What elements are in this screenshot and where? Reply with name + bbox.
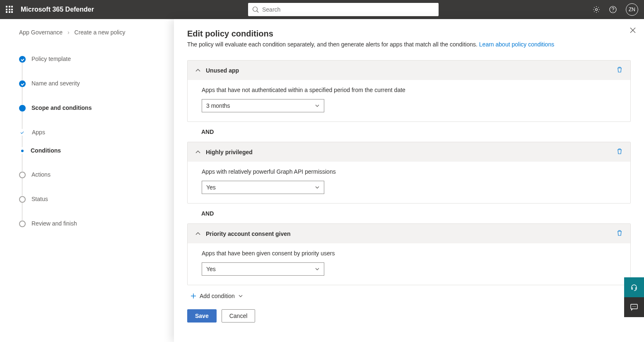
breadcrumb-current: Create a new policy [75,29,125,36]
feedback-icon[interactable] [624,297,644,317]
condition-desc: Apps that have been given consent by pri… [202,250,616,257]
condition-header[interactable]: Unused app [188,61,630,80]
settings-icon[interactable] [593,6,600,13]
delete-icon[interactable] [616,66,623,74]
add-condition-button[interactable]: Add condition [187,293,631,299]
close-icon[interactable] [630,27,636,34]
and-label: AND [201,210,631,217]
plus-icon [191,293,196,299]
condition-highly-privileged: Highly privileged Apps with relatively p… [187,142,631,204]
svg-point-0 [253,7,257,12]
condition-header[interactable]: Highly privileged [188,142,630,162]
chevron-up-icon [195,149,201,155]
step-conditions[interactable]: Conditions [19,147,167,154]
step-scope-conditions[interactable]: Scope and conditions [19,104,167,112]
cancel-button[interactable]: Cancel [222,309,256,323]
step-status[interactable]: Status [19,196,167,203]
chevron-up-icon [195,231,201,237]
delete-icon[interactable] [616,230,623,238]
step-apps[interactable]: Apps [19,129,167,136]
svg-point-10 [632,306,633,307]
chevron-down-icon [315,185,320,190]
breadcrumb-root[interactable]: App Governance [19,29,63,36]
svg-point-4 [613,11,613,12]
avatar[interactable]: ZN [626,3,638,16]
breadcrumb: App Governance › Create a new policy [19,29,167,36]
headset-icon[interactable] [624,277,644,297]
condition-priority-consent: Priority account consent given Apps that… [187,223,631,285]
chevron-down-icon [238,293,243,298]
period-select[interactable]: 3 months [202,99,324,112]
help-icon[interactable] [609,6,617,13]
condition-desc: Apps that have not authenticated within … [202,87,616,93]
chevron-down-icon [315,103,320,108]
chevron-right-icon: › [68,29,70,36]
step-review[interactable]: Review and finish [19,220,167,227]
app-launcher-icon[interactable] [6,6,13,13]
svg-point-11 [634,306,634,307]
condition-desc: Apps with relatively powerful Graph API … [202,168,616,175]
search-box[interactable] [248,3,439,16]
learn-link[interactable]: Learn about policy conditions [479,41,554,48]
condition-header[interactable]: Priority account consent given [188,224,630,243]
step-policy-template[interactable]: Policy template [19,56,167,63]
search-icon [252,6,259,13]
save-button[interactable]: Save [187,309,217,323]
svg-line-1 [257,11,258,12]
chevron-down-icon [315,267,320,272]
svg-point-12 [635,306,636,307]
app-header: Microsoft 365 Defender ZN [0,0,644,19]
panel-subtitle: The policy will evaluate each condition … [187,41,631,48]
svg-point-2 [596,9,598,11]
wizard-sidebar: App Governance › Create a new policy Pol… [0,19,174,342]
brand-title: Microsoft 365 Defender [21,6,94,13]
chevron-up-icon [195,68,201,73]
panel-title: Edit policy conditions [187,29,631,39]
delete-icon[interactable] [616,148,623,156]
and-label: AND [201,129,631,135]
step-name-severity[interactable]: Name and severity [19,80,167,87]
consent-select[interactable]: Yes [202,262,324,276]
privileged-select[interactable]: Yes [202,181,324,194]
condition-unused-app: Unused app Apps that have not authentica… [187,60,631,122]
edit-conditions-panel: Edit policy conditions The policy will e… [174,19,644,342]
search-input[interactable] [262,6,434,13]
step-actions[interactable]: Actions [19,171,167,178]
